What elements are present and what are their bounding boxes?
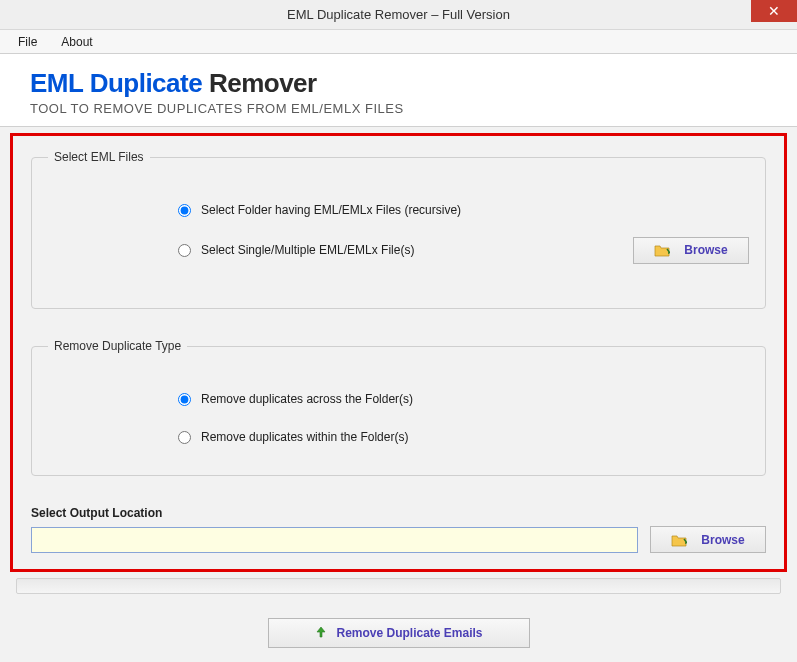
brand-title-part1: EML Duplicate	[30, 68, 209, 98]
output-location-label: Select Output Location	[31, 506, 766, 520]
radio-select-files-label: Select Single/Multiple EML/EMLx File(s)	[201, 243, 414, 257]
select-files-group: Select EML Files Select Folder having EM…	[31, 150, 766, 309]
close-icon: ✕	[768, 3, 780, 19]
menubar: File About	[0, 30, 797, 54]
radio-across-folders-label: Remove duplicates across the Folder(s)	[201, 392, 413, 406]
output-location-input[interactable]	[31, 527, 638, 553]
radio-within-folders[interactable]	[178, 431, 191, 444]
browse-output-label: Browse	[701, 533, 744, 547]
progress-bar	[16, 578, 781, 594]
dup-type-legend: Remove Duplicate Type	[48, 339, 187, 353]
folder-open-icon	[654, 243, 670, 257]
radio-select-files[interactable]	[178, 244, 191, 257]
brand-title-part2: Remover	[209, 68, 317, 98]
branding-header: EML Duplicate Remover TOOL TO REMOVE DUP…	[0, 54, 797, 127]
radio-select-folder[interactable]	[178, 204, 191, 217]
close-button[interactable]: ✕	[751, 0, 797, 22]
folder-open-icon	[671, 533, 687, 547]
radio-across-folders[interactable]	[178, 393, 191, 406]
brand-title: EML Duplicate Remover	[30, 68, 797, 99]
menu-file[interactable]: File	[6, 35, 49, 49]
browse-input-button[interactable]: Browse	[633, 237, 749, 264]
brand-subtitle: TOOL TO REMOVE DUPLICATES FROM EML/EMLX …	[30, 101, 797, 116]
remove-duplicates-button[interactable]: Remove Duplicate Emails	[268, 618, 530, 648]
footer: Remove Duplicate Emails	[0, 618, 797, 648]
dup-type-group: Remove Duplicate Type Remove duplicates …	[31, 339, 766, 476]
select-files-legend: Select EML Files	[48, 150, 150, 164]
browse-input-label: Browse	[684, 243, 727, 257]
menu-about[interactable]: About	[49, 35, 104, 49]
radio-within-folders-label: Remove duplicates within the Folder(s)	[201, 430, 408, 444]
main-panel: Select EML Files Select Folder having EM…	[10, 133, 787, 572]
remove-duplicates-label: Remove Duplicate Emails	[336, 626, 482, 640]
window-title: EML Duplicate Remover – Full Version	[287, 7, 510, 22]
radio-select-folder-label: Select Folder having EML/EMLx Files (rec…	[201, 203, 461, 217]
browse-output-button[interactable]: Browse	[650, 526, 766, 553]
titlebar: EML Duplicate Remover – Full Version ✕	[0, 0, 797, 30]
arrow-up-icon	[314, 625, 328, 642]
